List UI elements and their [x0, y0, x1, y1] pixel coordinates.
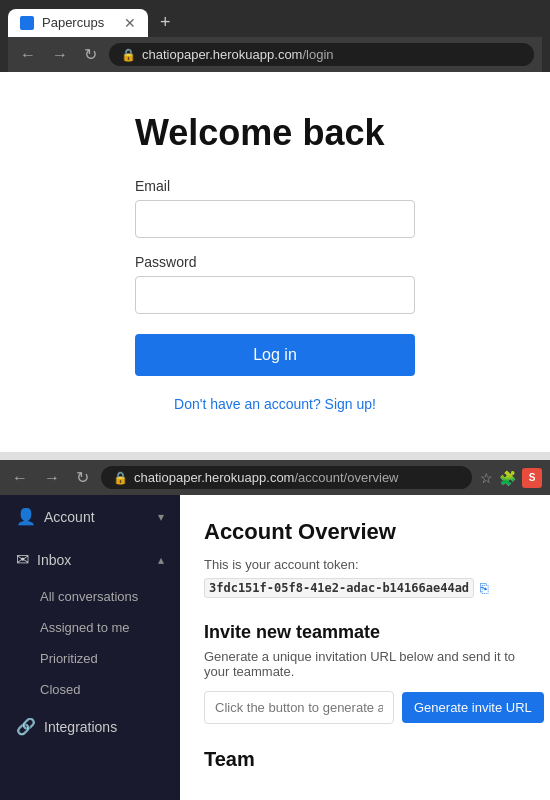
back-button-2[interactable]: ← — [8, 467, 32, 489]
url-bar[interactable]: 🔒 chatiopaper.herokuapp.com/login — [109, 43, 534, 66]
invite-title: Invite new teammate — [204, 622, 526, 643]
sidebar-item-inbox-label: Inbox — [37, 552, 71, 568]
token-row: This is your account token: 3fdc151f-05f… — [204, 557, 526, 598]
login-button[interactable]: Log in — [135, 334, 415, 376]
password-input[interactable] — [135, 276, 415, 314]
invite-row: Generate invite URL — [204, 691, 526, 724]
sidebar-item-assigned-to-me[interactable]: Assigned to me — [0, 612, 180, 643]
new-tab-button[interactable]: + — [152, 8, 179, 37]
address-text: chatiopaper.herokuapp.com/login — [142, 47, 334, 62]
invite-desc: Generate a unique invitation URL below a… — [204, 649, 526, 679]
sidebar-item-inbox[interactable]: ✉ Inbox ▴ — [0, 538, 180, 581]
token-value: 3fdc151f-05f8-41e2-adac-b14166ae44ad — [204, 578, 474, 598]
star-icon[interactable]: ☆ — [480, 470, 493, 486]
signup-row: Don't have an account? Sign up! — [135, 396, 415, 412]
sidebar-item-account[interactable]: 👤 Account ▾ — [0, 495, 180, 538]
integrations-icon: 🔗 — [16, 717, 36, 736]
tab-favicon — [20, 16, 34, 30]
main-content: Account Overview This is your account to… — [180, 495, 550, 800]
toolbar-icons: ☆ 🧩 S — [480, 468, 542, 488]
browser-window-1: Papercups ✕ + ← → ↻ 🔒 chatiopaper.heroku… — [0, 0, 550, 452]
sidebar-item-account-label: Account — [44, 509, 150, 525]
email-label: Email — [135, 178, 415, 194]
forward-button[interactable]: → — [48, 44, 72, 66]
sidebar-item-all-conversations[interactable]: All conversations — [0, 581, 180, 612]
tab-label: Papercups — [42, 15, 104, 30]
dashboard: 👤 Account ▾ ✉ Inbox ▴ All conversations … — [0, 495, 550, 800]
generate-invite-button[interactable]: Generate invite URL — [402, 692, 544, 723]
browser-chrome-1: Papercups ✕ + ← → ↻ 🔒 chatiopaper.heroku… — [0, 0, 550, 72]
account-icon: 👤 — [16, 507, 36, 526]
signup-prompt: Don't have an account? — [174, 396, 321, 412]
browser-window-2: ← → ↻ 🔒 chatiopaper.herokuapp.com/accoun… — [0, 460, 550, 800]
extension-icon[interactable]: S — [522, 468, 542, 488]
page-title: Welcome back — [135, 112, 415, 154]
email-input[interactable] — [135, 200, 415, 238]
sidebar-item-prioritized[interactable]: Prioritized — [0, 643, 180, 674]
forward-button-2[interactable]: → — [40, 467, 64, 489]
sidebar-item-integrations-label: Integrations — [44, 719, 164, 735]
refresh-button[interactable]: ↻ — [80, 43, 101, 66]
token-label: This is your account token: — [204, 557, 359, 572]
lock-icon-2: 🔒 — [113, 471, 128, 485]
chevron-down-icon: ▾ — [158, 510, 164, 524]
url-bar-2[interactable]: 🔒 chatiopaper.herokuapp.com/account/over… — [101, 466, 472, 489]
account-overview-title: Account Overview — [204, 519, 526, 545]
login-page: Welcome back Email Password Log in Don't… — [0, 72, 550, 452]
inbox-icon: ✉ — [16, 550, 29, 569]
browser-chrome-2: ← → ↻ 🔒 chatiopaper.herokuapp.com/accoun… — [0, 460, 550, 495]
password-label: Password — [135, 254, 415, 270]
window-divider — [0, 452, 550, 460]
sidebar-item-integrations[interactable]: 🔗 Integrations — [0, 705, 180, 748]
browser-tab[interactable]: Papercups ✕ — [8, 9, 148, 37]
sidebar: 👤 Account ▾ ✉ Inbox ▴ All conversations … — [0, 495, 180, 800]
signup-link[interactable]: Sign up! — [325, 396, 376, 412]
chevron-up-icon: ▴ — [158, 553, 164, 567]
tab-close-button[interactable]: ✕ — [124, 15, 136, 31]
refresh-button-2[interactable]: ↻ — [72, 466, 93, 489]
address-bar-row: ← → ↻ 🔒 chatiopaper.herokuapp.com/login — [8, 37, 542, 72]
puzzle-icon[interactable]: 🧩 — [499, 470, 516, 486]
lock-icon: 🔒 — [121, 48, 136, 62]
copy-icon[interactable]: ⎘ — [480, 580, 488, 596]
back-button[interactable]: ← — [16, 44, 40, 66]
invite-url-input[interactable] — [204, 691, 394, 724]
sidebar-item-closed[interactable]: Closed — [0, 674, 180, 705]
address-text-2: chatiopaper.herokuapp.com/account/overvi… — [134, 470, 399, 485]
team-title: Team — [204, 748, 526, 771]
